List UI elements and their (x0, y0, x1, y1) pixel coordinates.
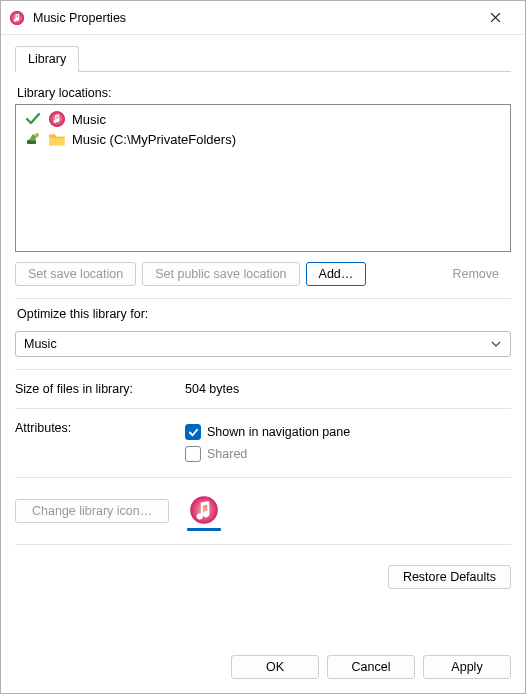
size-label: Size of files in library: (15, 382, 185, 396)
svg-point-3 (49, 111, 65, 127)
set-save-location-button[interactable]: Set save location (15, 262, 136, 286)
divider (15, 298, 511, 299)
window-title: Music Properties (33, 11, 473, 25)
folder-icon (48, 130, 66, 148)
cancel-button[interactable]: Cancel (327, 655, 415, 679)
close-button[interactable] (473, 3, 517, 33)
optimize-select[interactable]: Music (15, 331, 511, 357)
apply-button[interactable]: Apply (423, 655, 511, 679)
tab-library[interactable]: Library (15, 46, 79, 72)
set-public-save-location-button[interactable]: Set public save location (142, 262, 299, 286)
check-icon (24, 111, 42, 127)
svg-rect-4 (27, 140, 36, 144)
tab-label: Library (28, 52, 66, 66)
locations-heading: Library locations: (17, 86, 511, 100)
tab-strip: Library (15, 45, 511, 72)
music-folder-icon (48, 110, 66, 128)
ok-button[interactable]: OK (231, 655, 319, 679)
chevron-down-icon (490, 338, 502, 350)
list-item[interactable]: Music (C:\MyPrivateFolders) (22, 129, 504, 149)
locations-list[interactable]: Music Music (C:\MyPrivateFolders) (15, 104, 511, 252)
svg-point-6 (190, 496, 218, 524)
shown-in-nav-label: Shown in navigation pane (207, 425, 350, 439)
svg-point-5 (35, 133, 39, 137)
properties-dialog: Music Properties Library Library locatio… (0, 0, 526, 694)
attributes-label: Attributes: (15, 421, 185, 435)
add-button[interactable]: Add… (306, 262, 367, 286)
size-value: 504 bytes (185, 382, 239, 396)
list-item[interactable]: Music (22, 109, 504, 129)
music-app-icon (9, 10, 25, 26)
titlebar: Music Properties (1, 1, 525, 35)
close-icon (490, 12, 501, 23)
tool-icon (24, 131, 42, 147)
library-icon-preview (187, 494, 221, 528)
shared-label: Shared (207, 447, 247, 461)
optimize-value: Music (24, 337, 57, 351)
dialog-buttons: OK Cancel Apply (1, 645, 525, 693)
optimize-label: Optimize this library for: (17, 307, 511, 321)
shared-checkbox[interactable] (185, 446, 201, 462)
list-item-label: Music (72, 112, 106, 127)
remove-button[interactable]: Remove (440, 262, 511, 286)
list-item-label: Music (C:\MyPrivateFolders) (72, 132, 236, 147)
restore-defaults-button[interactable]: Restore Defaults (388, 565, 511, 589)
shown-in-nav-checkbox[interactable] (185, 424, 201, 440)
change-library-icon-button[interactable]: Change library icon… (15, 499, 169, 523)
